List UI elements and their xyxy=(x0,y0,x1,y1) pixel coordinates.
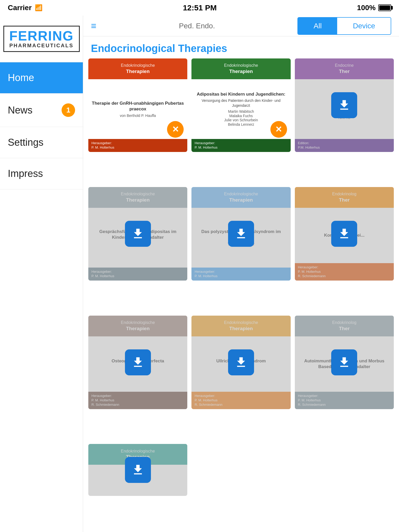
book-card-6[interactable]: Endokrinolog Ther Kontrazeptiva bei... H… xyxy=(295,187,394,281)
book-card-1[interactable]: Endokrinologische Therapien Therapie der… xyxy=(88,58,187,152)
book-card-inner-4: Endokrinologische Therapien Gesprächsfüh… xyxy=(88,187,187,281)
status-time: 12:51 PM xyxy=(183,3,217,12)
sidebar-item-label-news: News xyxy=(8,105,32,116)
download-button-10[interactable] xyxy=(125,457,151,483)
sidebar: FERRING PHARMACEUTICALS Home News 1 Sett… xyxy=(0,16,83,532)
download-icon-5 xyxy=(234,227,248,241)
book-top-2: Endokrinologische Therapien xyxy=(191,58,290,79)
download-overlay-6 xyxy=(295,187,394,281)
download-overlay-3 xyxy=(295,58,394,152)
download-icon-8 xyxy=(234,356,248,369)
book-series2-1: Therapien xyxy=(126,68,150,75)
status-right: 100% xyxy=(357,4,391,12)
sidebar-item-news[interactable]: News 1 xyxy=(0,94,83,127)
book-footer-1: Herausgeber:P. M. Holterhus xyxy=(88,139,187,152)
sidebar-item-impress[interactable]: Impress xyxy=(0,158,83,189)
book-card-inner-8: Endokrinologische Therapien Ullrich-Turn… xyxy=(191,316,290,409)
download-icon-10 xyxy=(131,463,145,477)
download-button-4[interactable] xyxy=(125,221,151,247)
download-icon-7 xyxy=(131,356,145,369)
sidebar-item-label-settings: Settings xyxy=(8,137,43,148)
filter-tabs: All Device xyxy=(297,17,391,35)
book-card-inner-10: Endokrinologische Therapien xyxy=(88,444,187,496)
book-top-1: Endokrinologische Therapien xyxy=(88,58,187,79)
book-grid: Endokrinologische Therapien Therapie der… xyxy=(83,58,399,532)
book-footer-2: Herausgeber:P. M. Holterhus xyxy=(191,139,290,152)
book-card-inner-3: Endocrine Ther CentralDiab AssumptNirit … xyxy=(295,58,394,152)
filter-tab-all[interactable]: All xyxy=(298,18,337,34)
book-card-inner-5: Endokrinologische Therapien Das polyzyst… xyxy=(191,187,290,281)
book-author-2: Martin WabitschMalaika FuchsJulie von Sc… xyxy=(224,109,258,127)
book-card-9[interactable]: Endokrinolog Ther Autoimmunthyreopathien… xyxy=(295,316,394,409)
sidebar-item-label-home: Home xyxy=(8,72,34,83)
remove-button-2[interactable]: ✕ xyxy=(270,121,287,138)
section-heading: Endocrinological Therapies xyxy=(83,36,399,58)
book-card-inner-6: Endokrinolog Ther Kontrazeptiva bei... H… xyxy=(295,187,394,281)
book-card-inner-7: Endokrinologische Therapien Osteogenesis… xyxy=(88,316,187,409)
book-card-2[interactable]: Endokrinologische Therapien Adipositas b… xyxy=(191,58,290,152)
logo-area: FERRING PHARMACEUTICALS xyxy=(0,16,83,62)
status-bar: Carrier 📶 12:51 PM 100% xyxy=(0,0,399,16)
logo-ferring: FERRING xyxy=(9,29,74,43)
download-button-7[interactable] xyxy=(125,349,151,375)
book-title-2: Adipositas bei Kindern und Jugendlichen: xyxy=(197,91,285,97)
download-button-9[interactable] xyxy=(331,349,357,375)
book-author-1: von Berthold P. Hauffa xyxy=(120,114,156,118)
battery-label: 100% xyxy=(357,4,376,12)
top-bar: ≡ Ped. Endo. All Device xyxy=(83,16,399,36)
download-button-6[interactable] xyxy=(331,221,357,247)
book-card-10[interactable]: Endokrinologische Therapien xyxy=(88,444,187,496)
wifi-icon: 📶 xyxy=(35,4,43,11)
book-card-3[interactable]: Endocrine Ther CentralDiab AssumptNirit … xyxy=(295,58,394,152)
sidebar-item-home[interactable]: Home xyxy=(0,62,83,94)
book-series2-2: Therapien xyxy=(229,68,253,75)
status-left: Carrier 📶 xyxy=(8,4,43,12)
download-overlay-10 xyxy=(88,444,187,496)
download-overlay-8 xyxy=(191,316,290,409)
download-icon-4 xyxy=(131,227,145,241)
book-series-1: Endokrinologische xyxy=(121,63,155,68)
download-overlay-9 xyxy=(295,316,394,409)
filter-tab-device[interactable]: Device xyxy=(337,18,391,34)
category-title: Ped. Endo. xyxy=(96,22,297,30)
carrier-label: Carrier xyxy=(8,4,32,12)
download-button-8[interactable] xyxy=(228,349,254,375)
book-editor-1: Herausgeber:P. M. Holterhus xyxy=(91,141,184,150)
sidebar-item-label-impress: Impress xyxy=(8,168,43,179)
remove-button-1[interactable]: ✕ xyxy=(167,121,184,138)
download-button-5[interactable] xyxy=(228,221,254,247)
download-overlay-7 xyxy=(88,316,187,409)
download-icon-9 xyxy=(337,356,351,369)
book-card-4[interactable]: Endokrinologische Therapien Gesprächsfüh… xyxy=(88,187,187,281)
logo-pharma: PHARMACEUTICALS xyxy=(9,43,74,49)
book-card-5[interactable]: Endokrinologische Therapien Das polyzyst… xyxy=(191,187,290,281)
book-series-2: Endokrinologische xyxy=(224,63,258,68)
book-card-7[interactable]: Endokrinologische Therapien Osteogenesis… xyxy=(88,316,187,409)
download-icon-6 xyxy=(337,227,351,241)
download-overlay-4 xyxy=(88,187,187,281)
logo-box: FERRING PHARMACEUTICALS xyxy=(3,26,80,52)
book-editor-2: Herausgeber:P. M. Holterhus xyxy=(195,141,287,150)
download-icon-3 xyxy=(337,98,351,112)
book-title-1: Therapie der GnRH-unabhängigen Pubertas … xyxy=(91,101,184,112)
book-title-sub-2: Versorgung des Patienten durch den Kinde… xyxy=(195,98,287,108)
sidebar-item-settings[interactable]: Settings xyxy=(0,127,83,158)
download-button-3[interactable] xyxy=(331,92,357,118)
hamburger-icon[interactable]: ≡ xyxy=(91,21,96,31)
book-card-8[interactable]: Endokrinologische Therapien Ullrich-Turn… xyxy=(191,316,290,409)
book-card-inner-9: Endokrinolog Ther Autoimmunthyreopathien… xyxy=(295,316,394,409)
download-overlay-5 xyxy=(191,187,290,281)
battery-icon xyxy=(378,4,391,11)
main-content: ≡ Ped. Endo. All Device Endocrinological… xyxy=(83,16,399,532)
app-layout: FERRING PHARMACEUTICALS Home News 1 Sett… xyxy=(0,16,399,532)
news-badge: 1 xyxy=(62,103,75,117)
book-card-inner-2: Endokrinologische Therapien Adipositas b… xyxy=(191,58,290,152)
nav-items: Home News 1 Settings Impress xyxy=(0,62,83,189)
book-card-inner-1: Endokrinologische Therapien Therapie der… xyxy=(88,58,187,152)
